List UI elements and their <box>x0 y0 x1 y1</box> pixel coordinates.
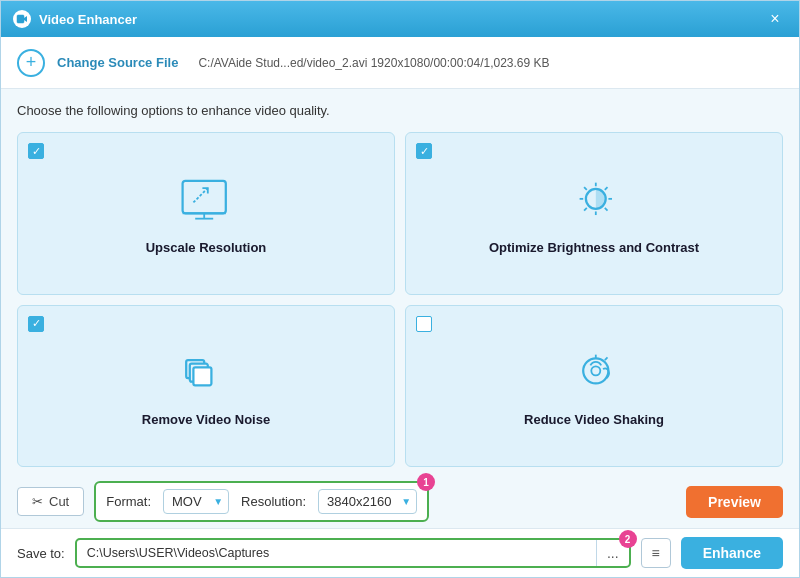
save-to-label: Save to: <box>17 546 65 561</box>
svg-rect-0 <box>17 15 24 23</box>
bottom-controls: ✂ Cut 1 Format: MOV MP4 AVI MKV WMV ▼ Re… <box>1 475 799 528</box>
badge-2: 2 <box>619 530 637 548</box>
option-card-upscale[interactable]: Upscale Resolution <box>17 132 395 295</box>
upscale-icon <box>178 174 234 230</box>
svg-line-24 <box>605 358 608 361</box>
title-bar: Video Enhancer × <box>1 1 799 37</box>
options-grid: Upscale Resolution <box>17 132 783 467</box>
format-select[interactable]: MOV MP4 AVI MKV WMV <box>163 489 229 514</box>
format-resolution-group: 1 Format: MOV MP4 AVI MKV WMV ▼ Resoluti… <box>94 481 429 522</box>
svg-rect-2 <box>183 181 226 213</box>
svg-marker-1 <box>24 16 27 22</box>
checkbox-brightness[interactable] <box>416 143 432 159</box>
badge-1: 1 <box>417 473 435 491</box>
brightness-icon <box>566 174 622 230</box>
cut-button[interactable]: ✂ Cut <box>17 487 84 516</box>
source-file-info: C:/AVAide Stud...ed/video_2.avi 1920x108… <box>198 56 549 70</box>
checkbox-shaking[interactable] <box>416 316 432 332</box>
save-path-wrapper: 2 ... <box>75 538 631 568</box>
format-label: Format: <box>106 494 151 509</box>
checkbox-noise[interactable] <box>28 316 44 332</box>
shaking-icon <box>566 346 622 402</box>
save-path-input[interactable] <box>77 540 596 566</box>
option-card-shaking[interactable]: Reduce Video Shaking <box>405 305 783 468</box>
svg-point-22 <box>591 367 600 376</box>
main-content: Choose the following options to enhance … <box>1 89 799 475</box>
svg-line-13 <box>605 208 608 211</box>
cut-scissors-icon: ✂ <box>32 494 43 509</box>
instructions-text: Choose the following options to enhance … <box>17 103 783 118</box>
option-card-brightness[interactable]: Optimize Brightness and Contrast <box>405 132 783 295</box>
svg-line-12 <box>584 187 587 190</box>
cut-label: Cut <box>49 494 69 509</box>
svg-line-14 <box>605 187 608 190</box>
option-label-upscale: Upscale Resolution <box>146 240 267 255</box>
svg-line-6 <box>193 188 207 202</box>
checkbox-upscale[interactable] <box>28 143 44 159</box>
list-view-button[interactable]: ≡ <box>641 538 671 568</box>
enhance-button[interactable]: Enhance <box>681 537 783 569</box>
resolution-label: Resolution: <box>241 494 306 509</box>
preview-button[interactable]: Preview <box>686 486 783 518</box>
close-button[interactable]: × <box>763 7 787 31</box>
svg-rect-18 <box>193 368 211 386</box>
list-icon: ≡ <box>652 545 660 561</box>
noise-icon <box>178 346 234 402</box>
resolution-select-wrapper: 3840x2160 2560x1440 1920x1080 1280x720 8… <box>318 489 417 514</box>
video-enhancer-window: Video Enhancer × + Change Source File C:… <box>0 0 800 578</box>
resolution-select[interactable]: 3840x2160 2560x1440 1920x1080 1280x720 8… <box>318 489 417 514</box>
option-label-shaking: Reduce Video Shaking <box>524 412 664 427</box>
option-card-noise[interactable]: Remove Video Noise <box>17 305 395 468</box>
change-source-button[interactable]: Change Source File <box>57 55 178 70</box>
option-label-noise: Remove Video Noise <box>142 412 270 427</box>
save-bar: Save to: 2 ... ≡ Enhance <box>1 528 799 577</box>
app-icon <box>13 10 31 28</box>
add-source-button[interactable]: + <box>17 49 45 77</box>
format-select-wrapper: MOV MP4 AVI MKV WMV ▼ <box>163 489 229 514</box>
window-title: Video Enhancer <box>39 12 763 27</box>
svg-line-15 <box>584 208 587 211</box>
option-label-brightness: Optimize Brightness and Contrast <box>489 240 699 255</box>
source-bar: + Change Source File C:/AVAide Stud...ed… <box>1 37 799 89</box>
